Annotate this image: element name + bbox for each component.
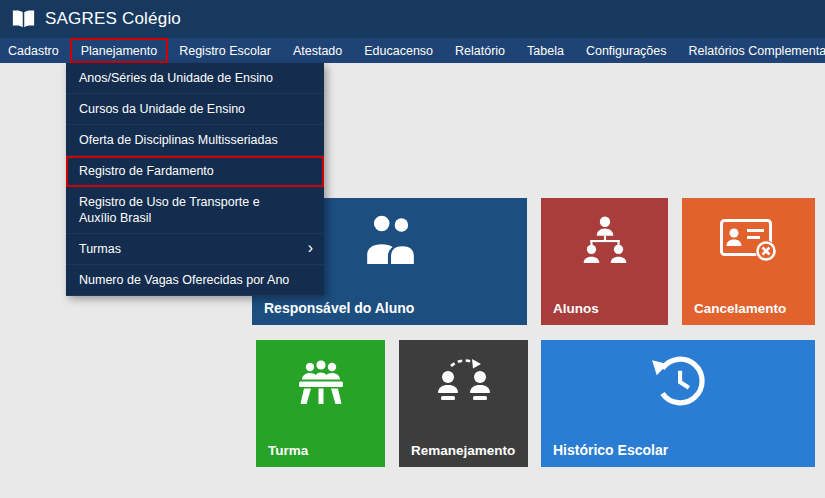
tile-label: Cancelamento	[694, 301, 786, 316]
tile-remanejamento[interactable]: Remanejamento	[399, 340, 528, 467]
tile-turma[interactable]: Turma	[256, 340, 385, 467]
tile-label: Alunos	[553, 301, 599, 316]
dropdown-item-registro-transporte-auxilio[interactable]: Registro de Uso de Transporte e Auxílio …	[66, 187, 324, 234]
class-group-icon	[293, 358, 349, 404]
students-icon	[579, 216, 631, 264]
transfer-people-icon	[435, 358, 493, 404]
dropdown-item-registro-de-fardamento[interactable]: Registro de Fardamento	[66, 156, 324, 187]
dropdown-item-anos-series[interactable]: Anos/Séries da Unidade de Ensino	[66, 63, 324, 94]
app-title-bar: SAGRES Colégio	[0, 0, 825, 38]
tile-historico-escolar[interactable]: Histórico Escolar	[541, 340, 815, 467]
tile-label: Remanejamento	[411, 443, 515, 458]
cancel-id-card-icon	[720, 216, 778, 264]
book-logo-icon	[12, 10, 35, 29]
menu-item-configuracoes[interactable]: Configurações	[575, 38, 678, 63]
tile-label: Turma	[268, 443, 308, 458]
history-clock-icon	[650, 354, 706, 408]
tile-label: Histórico Escolar	[553, 442, 668, 458]
tile-cancelamento[interactable]: Cancelamento	[682, 198, 815, 325]
dropdown-item-label: Turmas	[79, 242, 121, 256]
menu-item-tabela[interactable]: Tabela	[516, 38, 575, 63]
menu-item-atestado[interactable]: Atestado	[282, 38, 353, 63]
tile-label: Responsável do Aluno	[264, 300, 414, 316]
planejamento-dropdown-menu: Anos/Séries da Unidade de Ensino Cursos …	[66, 63, 324, 296]
dropdown-item-oferta-disciplinas[interactable]: Oferta de Disciplinas Multisseriadas	[66, 125, 324, 156]
guardians-icon	[362, 214, 418, 264]
menu-item-relatorio[interactable]: Relatório	[444, 38, 516, 63]
submenu-chevron-icon: ›	[308, 240, 313, 256]
menu-item-relatorios-complementares[interactable]: Relatórios Complementares	[678, 38, 825, 63]
menu-item-educacenso[interactable]: Educacenso	[353, 38, 444, 63]
main-menubar: Cadastro Planejamento Registro Escolar A…	[0, 38, 825, 63]
app-title: SAGRES Colégio	[45, 9, 181, 29]
dropdown-item-numero-de-vagas[interactable]: Numero de Vagas Oferecidas por Ano	[66, 265, 324, 296]
menu-item-planejamento[interactable]: Planejamento	[70, 38, 168, 63]
tile-alunos[interactable]: Alunos	[541, 198, 668, 325]
menu-item-registro-escolar[interactable]: Registro Escolar	[168, 38, 282, 63]
menu-item-cadastro[interactable]: Cadastro	[0, 38, 70, 63]
dropdown-item-cursos[interactable]: Cursos da Unidade de Ensino	[66, 94, 324, 125]
dropdown-item-turmas[interactable]: Turmas ›	[66, 234, 324, 265]
